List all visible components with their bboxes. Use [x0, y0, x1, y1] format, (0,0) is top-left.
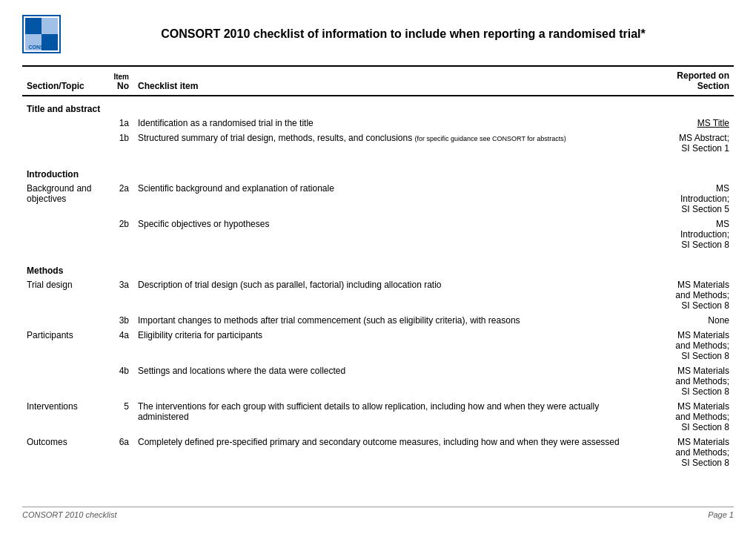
- row-section: Trial design: [22, 277, 104, 313]
- section-label: Introduction: [22, 162, 734, 181]
- row-item: 6a: [104, 435, 133, 470]
- row-section: Interventions: [22, 399, 104, 435]
- row-item: 3b: [104, 313, 133, 328]
- table-row: Background and objectives 2a Scientific …: [22, 181, 734, 217]
- row-reported: MS Introduction; SI Section 5: [649, 181, 734, 217]
- spacer-row: [22, 156, 734, 162]
- row-checklist: Structured summary of trial design, meth…: [133, 131, 649, 156]
- row-reported: MS Materials and Methods; SI Section 8: [649, 363, 734, 399]
- row-reported: MS Materials and Methods; SI Section 8: [649, 328, 734, 363]
- table-row: 2b Specific objectives or hypotheses MS …: [22, 217, 734, 252]
- page-footer: CONSORT 2010 checklist Page 1: [22, 507, 734, 519]
- row-section: [22, 217, 104, 252]
- row-reported: MS Title: [649, 116, 734, 131]
- section-label: Title and abstract: [22, 96, 734, 116]
- row-reported: MS Abstract; SI Section 1: [649, 131, 734, 156]
- section-label: Methods: [22, 258, 734, 277]
- row-reported: MS Introduction; SI Section 8: [649, 217, 734, 252]
- row-item: 4a: [104, 328, 133, 363]
- page-title: CONSORT 2010 checklist of information to…: [73, 27, 734, 41]
- row-checklist: Completely defined pre-specified primary…: [133, 435, 649, 470]
- footer-left: CONSORT 2010 checklist: [22, 510, 117, 519]
- row-section: Participants: [22, 328, 104, 363]
- row-reported: None: [649, 313, 734, 328]
- table-row: 1a Identification as a randomised trial …: [22, 116, 734, 131]
- col-header-reported: Reported on Section: [649, 66, 734, 96]
- svg-rect-1: [25, 18, 42, 34]
- row-checklist: The interventions for each group with su…: [133, 399, 649, 435]
- row-item: 3a: [104, 277, 133, 313]
- section-title-abstract: Title and abstract: [22, 96, 734, 116]
- row-item: 1b: [104, 131, 133, 156]
- svg-text:CONSORT: CONSORT: [29, 44, 56, 50]
- row-section: [22, 131, 104, 156]
- row-reported: MS Materials and Methods; SI Section 8: [649, 435, 734, 470]
- section-introduction: Introduction: [22, 162, 734, 181]
- row-checklist: Description of trial design (such as par…: [133, 277, 649, 313]
- row-small-note: (for specific guidance see CONSORT for a…: [415, 135, 566, 142]
- svg-rect-2: [42, 18, 58, 34]
- table-row: 1b Structured summary of trial design, m…: [22, 131, 734, 156]
- row-checklist: Important changes to methods after trial…: [133, 313, 649, 328]
- table-row: Outcomes 6a Completely defined pre-speci…: [22, 435, 734, 470]
- page-header: CONSORT CONSORT 2010 checklist of inform…: [22, 15, 734, 53]
- checklist-table: Section/Topic Item No Checklist item Rep…: [22, 65, 734, 470]
- section-methods: Methods: [22, 258, 734, 277]
- table-row: Participants 4a Eligibility criteria for…: [22, 328, 734, 363]
- row-section: [22, 116, 104, 131]
- row-checklist: Identification as a randomised trial in …: [133, 116, 649, 131]
- row-item: 4b: [104, 363, 133, 399]
- table-row: Interventions 5 The interventions for ea…: [22, 399, 734, 435]
- spacer-row: [22, 252, 734, 258]
- row-item: 1a: [104, 116, 133, 131]
- row-section: Background and objectives: [22, 181, 104, 217]
- row-checklist: Settings and locations where the data we…: [133, 363, 649, 399]
- row-reported: MS Materials and Methods; SI Section 8: [649, 399, 734, 435]
- row-section: Outcomes: [22, 435, 104, 470]
- footer-right: Page 1: [708, 510, 734, 519]
- row-item: 2a: [104, 181, 133, 217]
- row-item: 5: [104, 399, 133, 435]
- table-row: 3b Important changes to methods after tr…: [22, 313, 734, 328]
- row-reported: MS Materials and Methods; SI Section 8: [649, 277, 734, 313]
- consort-logo: CONSORT: [22, 15, 61, 53]
- row-checklist: Scientific background and explanation of…: [133, 181, 649, 217]
- col-header-item: Item No: [104, 66, 133, 96]
- row-checklist: Eligibility criteria for participants: [133, 328, 649, 363]
- page: CONSORT CONSORT 2010 checklist of inform…: [0, 0, 756, 534]
- table-row: Trial design 3a Description of trial des…: [22, 277, 734, 313]
- row-section: [22, 363, 104, 399]
- table-row: 4b Settings and locations where the data…: [22, 363, 734, 399]
- row-item: 2b: [104, 217, 133, 252]
- col-header-section: Section/Topic: [22, 66, 104, 96]
- row-section: [22, 313, 104, 328]
- col-header-checklist: Checklist item: [133, 66, 649, 96]
- row-checklist: Specific objectives or hypotheses: [133, 217, 649, 252]
